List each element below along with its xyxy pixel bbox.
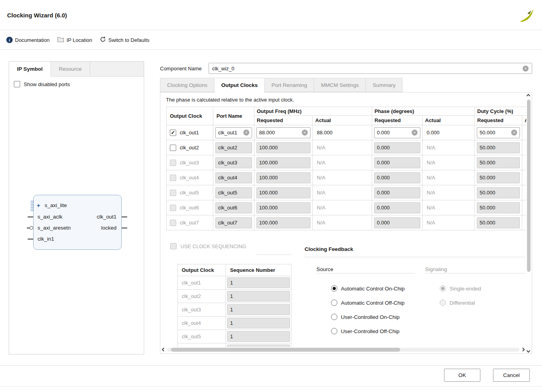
- scroll-up-icon[interactable]: [527, 94, 531, 98]
- table-row: clk_out3 clk_out3 100.000 N/A 0.000 N/A …: [167, 155, 527, 170]
- scroll-right-icon[interactable]: [521, 348, 525, 352]
- switch-to-defaults-link[interactable]: Switch to Defaults: [100, 36, 149, 43]
- ip-symbol-diagram: + s_axi_lite s_axi_aclk clk_out1 s_axi_a…: [33, 195, 122, 250]
- freq-requested-input: 100.000: [256, 202, 311, 213]
- tab-mmcm-settings[interactable]: MMCM Settings: [314, 78, 366, 92]
- output-clock-checkbox: [170, 190, 176, 196]
- ok-button[interactable]: OK: [444, 369, 480, 382]
- scrollbar-thumb[interactable]: [171, 348, 400, 352]
- expand-interface-icon[interactable]: +: [37, 202, 40, 209]
- sequence-row: clk_out41: [178, 317, 292, 330]
- toolbar: i Documentation IP Location Switch to De…: [0, 30, 542, 50]
- phase-requested-input[interactable]: 0.000×: [374, 127, 420, 138]
- freq-requested-input: 100.000: [256, 157, 311, 168]
- cancel-button[interactable]: Cancel: [493, 369, 530, 382]
- port-name-input: clk_out3: [215, 157, 252, 168]
- freq-requested-input: 100.000: [256, 217, 311, 228]
- component-name-value: clk_wiz_0: [212, 66, 234, 72]
- col-output-freq: Output Freq (MHz): [254, 107, 372, 116]
- table-row: clk_out5 clk_out5 100.000 N/A 0.000 N/A …: [167, 185, 527, 200]
- duty-requested-input[interactable]: 50.000×: [477, 127, 520, 138]
- tab-output-clocks[interactable]: Output Clocks: [215, 78, 265, 92]
- radio-user-controlled-on-chip[interactable]: User-Controlled On-Chip: [331, 314, 400, 320]
- phase-actual-value: N/A: [423, 160, 474, 166]
- port-label-s-axi-aclk: s_axi_aclk: [38, 214, 62, 220]
- clear-icon[interactable]: ×: [523, 66, 529, 72]
- radio-icon[interactable]: [331, 328, 337, 334]
- radio-icon[interactable]: [331, 285, 337, 292]
- col-duty-requested: Requested: [475, 116, 522, 125]
- table-row: clk_out6 clk_out6 100.000 N/A 0.000 N/A …: [167, 200, 527, 215]
- col-freq-actual: Actual: [313, 116, 372, 125]
- output-clock-label: clk_out6: [180, 205, 199, 211]
- col-phase-requested: Requested: [372, 116, 423, 125]
- output-clock-checkbox[interactable]: [170, 145, 176, 151]
- port-label-locked: locked: [101, 225, 117, 231]
- col-freq-requested: Requested: [254, 116, 313, 125]
- documentation-link[interactable]: i Documentation: [6, 37, 49, 43]
- output-clock-label: clk_out5: [180, 190, 199, 196]
- clear-icon[interactable]: ×: [412, 130, 418, 136]
- output-clock-checkbox[interactable]: ✓: [170, 130, 176, 136]
- phase-requested-input: 0.000: [374, 157, 420, 168]
- radio-automatic-control-off-chip[interactable]: Automatic Control Off-Chip: [331, 300, 405, 306]
- radio-icon: [440, 285, 446, 292]
- phase-requested-input: 0.000: [374, 202, 420, 213]
- radio-automatic-control-on-chip[interactable]: Automatic Control On-Chip: [331, 285, 405, 292]
- phase-requested-input: 0.000: [374, 172, 420, 183]
- show-disabled-ports-checkbox[interactable]: [14, 81, 20, 87]
- clear-icon[interactable]: ×: [243, 130, 249, 136]
- radio-icon[interactable]: [331, 314, 337, 320]
- col-phase-actual: Actual: [423, 116, 475, 125]
- radio-user-controlled-off-chip[interactable]: User-Controlled Off-Chip: [331, 328, 399, 334]
- port-name-input: clk_out4: [215, 172, 252, 183]
- sequence-row: clk_out11: [178, 276, 292, 290]
- output-clock-label: clk_out1: [180, 130, 199, 136]
- port-name-input: clk_out2: [215, 142, 252, 153]
- sequence-number-input: 1: [227, 277, 290, 288]
- port-name-input[interactable]: clk_out1×: [215, 127, 252, 138]
- col-port-name: Port Name: [213, 107, 254, 125]
- freq-actual-value: N/A: [313, 205, 372, 211]
- scroll-down-icon[interactable]: [527, 349, 531, 353]
- scrollbar-thumb[interactable]: [527, 100, 531, 272]
- radio-icon[interactable]: [331, 300, 337, 306]
- sequence-row: clk_out21: [178, 290, 292, 303]
- port-stub: [28, 217, 33, 217]
- dialog-bottom-edge: [0, 386, 542, 386]
- clear-icon[interactable]: ×: [302, 130, 308, 136]
- sequence-number-input: 1: [227, 331, 290, 342]
- freq-requested-input: 100.000: [256, 142, 311, 153]
- freq-requested-input[interactable]: 88.000×: [256, 127, 311, 138]
- refresh-icon: [100, 36, 106, 43]
- tab-port-renaming[interactable]: Port Renaming: [265, 78, 314, 92]
- port-stub: [27, 228, 30, 228]
- table-row: clk_out4 clk_out4 100.000 N/A 0.000 N/A …: [167, 170, 527, 185]
- duty-requested-input: 50.000: [477, 157, 520, 168]
- component-name-input[interactable]: clk_wiz_0 ×: [209, 63, 532, 74]
- output-clock-checkbox: [170, 220, 176, 226]
- tab-resource[interactable]: Resource: [51, 62, 90, 76]
- phase-actual-value: N/A: [423, 220, 474, 226]
- tab-summary[interactable]: Summary: [366, 78, 403, 92]
- vertical-scrollbar[interactable]: [525, 93, 532, 353]
- source-separator: [316, 273, 415, 273]
- ip-location-link[interactable]: IP Location: [57, 37, 92, 43]
- port-stub: [28, 239, 33, 239]
- port-name-input: clk_out6: [215, 202, 252, 213]
- clear-icon[interactable]: ×: [511, 130, 517, 136]
- freq-actual-value: N/A: [313, 160, 372, 166]
- tab-clocking-options[interactable]: Clocking Options: [160, 78, 215, 92]
- scroll-left-icon[interactable]: [162, 348, 166, 352]
- output-clock-checkbox: [170, 175, 176, 181]
- tab-ip-symbol[interactable]: IP Symbol: [9, 62, 51, 77]
- table-row: clk_out7 clk_out7 100.000 N/A 0.000 N/A …: [167, 215, 527, 230]
- horizontal-scrollbar[interactable]: [162, 347, 525, 353]
- sequencing-separator: [256, 254, 292, 255]
- left-panel-tabs: IP Symbol Resource: [9, 62, 144, 77]
- duty-requested-input: 50.000: [477, 187, 520, 198]
- duty-requested-input: 50.000: [477, 142, 520, 153]
- radio-single-ended: Single-ended: [440, 285, 481, 292]
- footer-separator: [0, 365, 542, 366]
- seq-clock-label: clk_out5: [178, 334, 226, 339]
